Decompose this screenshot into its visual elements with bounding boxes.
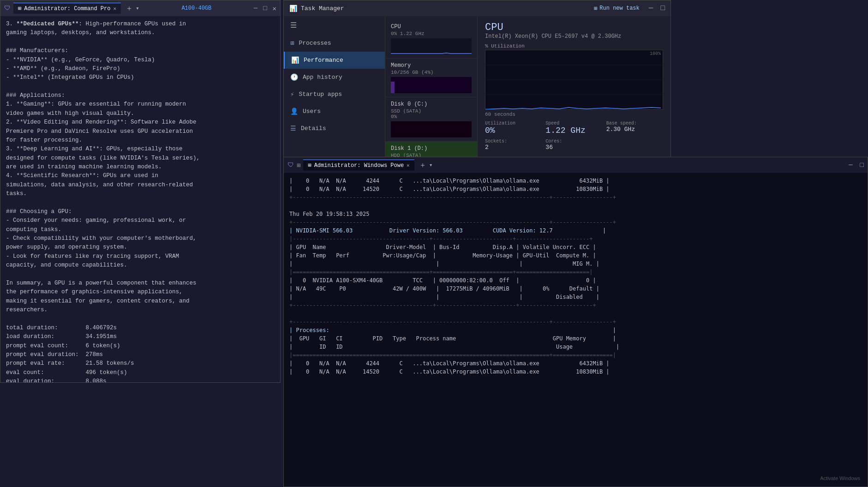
bottom-tab-dropdown[interactable]: ▾ xyxy=(429,161,433,169)
base-speed-label: Base speed: xyxy=(606,121,663,126)
ps-blank-2 xyxy=(289,309,862,318)
content-line: tasks. xyxy=(6,190,275,198)
activate-windows-watermark: Activate Windows xyxy=(820,475,860,481)
close-button[interactable]: ✕ xyxy=(273,5,276,12)
content-line: ### Choosing a GPU: xyxy=(6,208,275,216)
content-line: ### Applications: xyxy=(6,91,275,100)
task-manager-window: 📊 Task Manager ⊞ Run new task ─ □ ☰ ⊞ Pr… xyxy=(283,0,671,171)
stat-line: eval count: 496 token(s) xyxy=(6,368,275,377)
tab-dropdown-button[interactable]: ▾ xyxy=(136,5,139,12)
task-manager-title: Task Manager xyxy=(301,5,344,12)
terminal-tab[interactable]: ⊞ Administrator: Command Pro ✕ xyxy=(13,3,121,14)
sidebar-item-details[interactable]: ☰ Details xyxy=(284,120,385,137)
bottom-new-tab-button[interactable]: ＋ xyxy=(419,160,426,170)
tm-minimize-button[interactable]: ─ xyxy=(649,4,653,12)
app-history-icon: 🕐 xyxy=(290,73,298,81)
accent-label: A100-40GB xyxy=(181,5,211,12)
base-speed-value: 2.30 GHz xyxy=(606,126,663,133)
sidebar-item-app-history[interactable]: 🕐 App history xyxy=(284,69,385,86)
content-line: - Consider your needs: gaming, professio… xyxy=(6,216,275,225)
bottom-tab-close[interactable]: ✕ xyxy=(407,162,410,168)
memory-list-item[interactable]: Memory 10/256 GB (4%) xyxy=(385,59,477,97)
ps-separator: |=======================================… xyxy=(289,268,862,276)
task-manager-titlebar: 📊 Task Manager ⊞ Run new task ─ □ xyxy=(284,0,670,16)
ps-header-3: | | | MIG M. | xyxy=(289,260,862,268)
terminal-tab-icon: ⊞ xyxy=(18,5,21,12)
cpu-title-block: CPU Intel(R) Xeon(R) CPU E5-2697 v4 @ 2.… xyxy=(485,22,621,40)
content-line: for faster processing. xyxy=(6,136,275,145)
content-line: researchers. xyxy=(6,306,275,315)
stat-line: prompt eval rate: 21.58 tokens/s xyxy=(6,359,275,368)
ps-header-1: | GPU Name Driver-Model | Bus-Id Disp.A … xyxy=(289,243,862,251)
cpu-sockets-stat: Sockets: 2 xyxy=(485,139,542,151)
cpu-detail-name: Intel(R) Xeon(R) CPU E5-2697 v4 @ 2.30GH… xyxy=(485,33,621,40)
tm-sidebar: ☰ ⊞ Processes 📊 Performance 🕐 App histor… xyxy=(284,16,385,170)
ps-nvidia-smi: | NVIDIA-SMI 566.03 Driver Version: 566.… xyxy=(289,226,862,235)
bottom-minimize-button[interactable]: ─ xyxy=(849,161,852,169)
cpu-mini-graph xyxy=(391,38,472,54)
details-icon: ☰ xyxy=(290,125,296,132)
left-terminal-titlebar: 🛡 ⊞ Administrator: Command Pro ✕ ＋ ▾ A10… xyxy=(0,0,280,16)
startup-icon: ⚡ xyxy=(290,90,294,98)
content-line: power supply, and operating system. xyxy=(6,243,275,252)
sidebar-item-processes[interactable]: ⊞ Processes xyxy=(284,35,385,52)
svg-rect-1 xyxy=(391,82,395,93)
cpu-cores-stat: Cores: 36 xyxy=(545,139,602,151)
content-line: Premiere Pro and DaVinci Resolve uses GP… xyxy=(6,127,275,136)
terminal-body: 3. **Dedicated GPUs**: High-performance … xyxy=(0,16,280,382)
sidebar-item-details-label: Details xyxy=(301,125,326,132)
sidebar-item-users[interactable]: 👤 Users xyxy=(284,103,385,120)
cpu-stats-grid: Utilization 0% Speed 1.22 GHz Base speed… xyxy=(485,121,663,151)
stat-line: eval duration: 8.088s xyxy=(6,377,275,382)
cpu-list-item[interactable]: CPU 0% 1.22 GHz xyxy=(385,20,477,59)
sockets-label: Sockets: xyxy=(485,139,542,144)
utilization-value: 0% xyxy=(485,126,542,135)
content-line: 2. **Video Editing and Rendering**: Soft… xyxy=(6,118,275,127)
ps-border-2: +---------------------------------------… xyxy=(289,218,862,226)
bottom-terminal: 🛡 ⊞ ⊞ Administrator: Windows Powe ✕ ＋ ▾ … xyxy=(283,157,868,487)
shield-icon: 🛡 xyxy=(4,5,11,12)
bottom-tab[interactable]: ⊞ Administrator: Windows Powe ✕ xyxy=(303,160,414,171)
svg-rect-2 xyxy=(391,121,472,137)
sidebar-item-performance-label: Performance xyxy=(304,57,343,64)
cpu-util-label: % Utilization xyxy=(485,43,663,49)
tm-maximize-button[interactable]: □ xyxy=(660,4,665,12)
sidebar-hamburger-button[interactable]: ☰ xyxy=(284,16,385,35)
content-line xyxy=(6,315,275,323)
speed-label: Speed xyxy=(545,121,602,126)
disk0-list-item[interactable]: Disk 0 (C:) SSD (SATA) 0% xyxy=(385,97,477,142)
resource-list: CPU 0% 1.22 GHz Memory 10/256 GB (4%) xyxy=(385,16,478,170)
run-new-task-label: Run new task xyxy=(599,5,639,12)
disk0-item-name: Disk 0 (C:) xyxy=(391,101,472,107)
sidebar-item-performance[interactable]: 📊 Performance xyxy=(284,52,385,69)
cpu-speed-stat: Speed 1.22 GHz xyxy=(545,121,602,135)
content-line: designed for compute tasks (like NVIDIA'… xyxy=(6,154,275,163)
terminal-tab-close[interactable]: ✕ xyxy=(113,6,116,12)
content-line: capacity, and compute capabilities. xyxy=(6,261,275,270)
tm-window-controls: ─ □ xyxy=(649,4,665,12)
content-line: are used in training machine learning mo… xyxy=(6,163,275,172)
ps-line-1: | 0 N/A N/A 4244 C ...ta\Local\Programs\… xyxy=(289,177,862,185)
memory-item-sub: 10/256 GB (4%) xyxy=(391,70,472,75)
content-line: ### Manufacturers: xyxy=(6,47,275,55)
run-new-task-button[interactable]: ⊞ Run new task xyxy=(590,4,643,13)
ps-gpu-row-2: | N/A 49C P0 42W / 400W | 17275MiB / 409… xyxy=(289,285,862,293)
cores-value: 36 xyxy=(545,144,602,151)
maximize-button[interactable]: □ xyxy=(263,5,267,12)
content-line xyxy=(6,83,275,91)
stat-line: total duration: 8.406792s xyxy=(6,324,275,333)
content-line: - **NVIDIA** (e.g., GeForce, Quadro, Tes… xyxy=(6,56,275,65)
bottom-window-controls: ─ □ xyxy=(849,161,864,169)
ps-gpu-row-3: | | | Disabled | xyxy=(289,293,862,301)
bottom-terminal-body: | 0 N/A N/A 4244 C ...ta\Local\Programs\… xyxy=(284,173,868,487)
sidebar-item-startup[interactable]: ⚡ Startup apps xyxy=(284,86,385,103)
content-line: In summary, a GPU is a powerful componen… xyxy=(6,279,275,288)
content-line: 1. **Gaming**: GPUs are essential for ru… xyxy=(6,100,275,109)
bottom-tab-label: Administrator: Windows Powe xyxy=(314,162,404,169)
left-terminal: 🛡 ⊞ Administrator: Command Pro ✕ ＋ ▾ A10… xyxy=(0,0,281,383)
new-tab-button[interactable]: ＋ xyxy=(126,4,133,13)
ps-line-2: | 0 N/A N/A 14520 C ...ta\Local\Programs… xyxy=(289,185,862,193)
bottom-maximize-button[interactable]: □ xyxy=(860,161,864,169)
minimize-button[interactable]: ─ xyxy=(254,5,257,12)
ps-border-1: +---------------------------------------… xyxy=(289,193,862,202)
